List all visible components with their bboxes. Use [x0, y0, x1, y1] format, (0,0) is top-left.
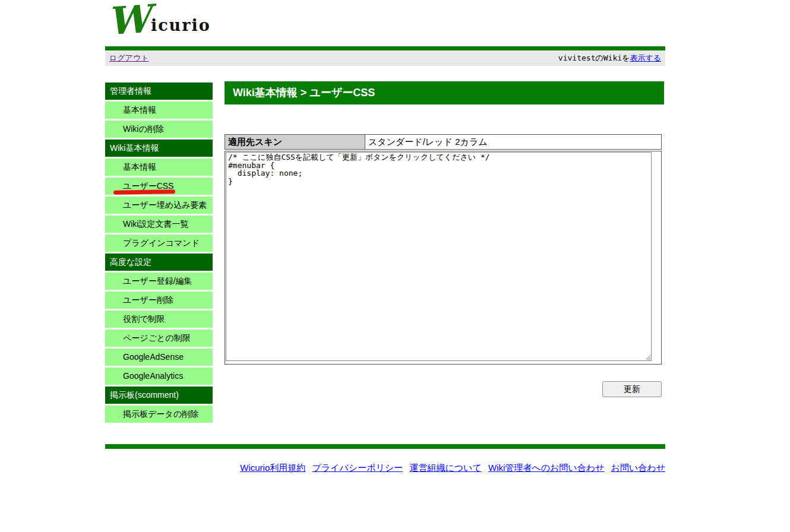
sidebar-row-label: Wikiの削除: [123, 124, 164, 134]
sidebar-row-label: 役割で制限: [123, 314, 165, 324]
wiki-view-prefix: vivitestのWikiを: [558, 53, 630, 62]
sidebar-item-user-embed-elements[interactable]: ユーザー埋め込み要素: [105, 197, 213, 214]
button-row: 更新: [225, 381, 662, 397]
sidebar-item-google-adsense[interactable]: GoogleAdSense: [105, 349, 213, 366]
sidebar-item-plugin-commands[interactable]: プラグインコマンド: [105, 235, 213, 252]
sidebar-item-wiki-delete[interactable]: Wikiの削除: [105, 121, 213, 138]
sidebar-header-admin-info: 管理者情報: [105, 83, 213, 100]
sidebar-item-admin-basic-info[interactable]: 基本情報: [105, 102, 213, 119]
sidebar-row-label: プラグインコマンド: [123, 238, 200, 248]
sidebar-item-google-analytics[interactable]: GoogleAnalytics: [105, 368, 213, 385]
sidebar-item-role-restriction[interactable]: 役割で制限: [105, 311, 213, 328]
sidebar-item-user-delete[interactable]: ユーザー削除: [105, 292, 213, 309]
skin-label-cell: 適用先スキン: [225, 135, 365, 150]
sidebar-row-label: 管理者情報: [110, 86, 151, 96]
css-editor-frame: /* ここに独自CSSを記載して「更新」ボタンをクリックしてください */ #m…: [225, 151, 662, 365]
sidebar-row-label: 基本情報: [123, 105, 156, 115]
sidebar-row-label: 高度な設定: [110, 257, 151, 267]
sidebar-item-board-data-delete[interactable]: 掲示板データの削除: [105, 406, 213, 423]
sidebar-item-page-restriction[interactable]: ページごとの制限: [105, 330, 213, 347]
sidebar-row-label: 掲示板データの削除: [123, 409, 198, 419]
wiki-view-link[interactable]: 表示する: [630, 53, 661, 62]
footer-link[interactable]: Wicurio利用規約: [240, 463, 305, 473]
red-marker-underline: [113, 189, 175, 194]
skin-table: 適用先スキン スタンダード/レッド 2カラム: [225, 134, 662, 150]
topbar: ログアウト vivitestのWikiを表示する: [105, 50, 665, 66]
sidebar-row-label: Wiki設定文書一覧: [123, 219, 188, 229]
footer-accent-bar: [105, 444, 665, 449]
sidebar-item-user-css[interactable]: ユーザーCSS: [105, 178, 213, 195]
sidebar-row-label: GoogleAnalytics: [123, 371, 183, 381]
sidebar-row-label: ユーザー削除: [123, 295, 173, 305]
css-editor-textarea[interactable]: /* ここに独自CSSを記載して「更新」ボタンをクリックしてください */ #m…: [226, 152, 652, 361]
sidebar-row-label: ページごとの制限: [123, 333, 191, 343]
wicurio-logo-w-mark: W: [106, 1, 151, 40]
sidebar-row-label: GoogleAdSense: [123, 352, 184, 362]
sidebar-row-label: ユーザー登録/編集: [123, 276, 192, 286]
update-button[interactable]: 更新: [602, 381, 662, 397]
sidebar-header-board-scomment: 掲示板(scomment): [105, 387, 213, 404]
sidebar-row-label: 掲示板(scomment): [110, 390, 179, 400]
footer-link[interactable]: プライバシーポリシー: [312, 463, 403, 473]
sidebar-item-user-register-edit[interactable]: ユーザー登録/編集: [105, 273, 213, 290]
skin-row: 適用先スキン スタンダード/レッド 2カラム: [225, 135, 662, 150]
wicurio-logo: W icurio: [108, 2, 211, 39]
top-accent-bar: [105, 46, 665, 50]
sidebar-header-wiki-basic-info: Wiki基本情報: [105, 140, 213, 157]
page-title: Wiki基本情報 > ユーザーCSS: [225, 81, 664, 104]
wiki-view-text: vivitestのWikiを表示する: [558, 53, 661, 64]
sidebar-header-advanced-settings: 高度な設定: [105, 254, 213, 271]
footer-link[interactable]: 運営組織について: [409, 463, 481, 473]
sidebar-item-wiki-basic-info[interactable]: 基本情報: [105, 159, 213, 176]
sidebar-row-label: 基本情報: [123, 162, 156, 172]
sidebar-row-label: ユーザー埋め込み要素: [123, 200, 207, 210]
footer-link[interactable]: お問い合わせ: [611, 463, 665, 473]
logout-link[interactable]: ログアウト: [109, 53, 149, 64]
admin-sidebar: 管理者情報 基本情報 Wikiの削除 Wiki基本情報 基本情報 ユーザーCSS…: [105, 83, 213, 425]
wicurio-logo-text: icurio: [151, 16, 211, 34]
sidebar-row-label: Wiki基本情報: [110, 143, 159, 153]
skin-value-cell: スタンダード/レッド 2カラム: [365, 135, 662, 150]
footer-links: Wicurio利用規約 プライバシーポリシー 運営組織について Wiki管理者へ…: [105, 463, 665, 474]
sidebar-item-wiki-config-docs[interactable]: Wiki設定文書一覧: [105, 216, 213, 233]
main-content: Wiki基本情報 > ユーザーCSS 適用先スキン スタンダード/レッド 2カラ…: [225, 81, 664, 397]
footer-link[interactable]: Wiki管理者へのお問い合わせ: [488, 463, 604, 473]
